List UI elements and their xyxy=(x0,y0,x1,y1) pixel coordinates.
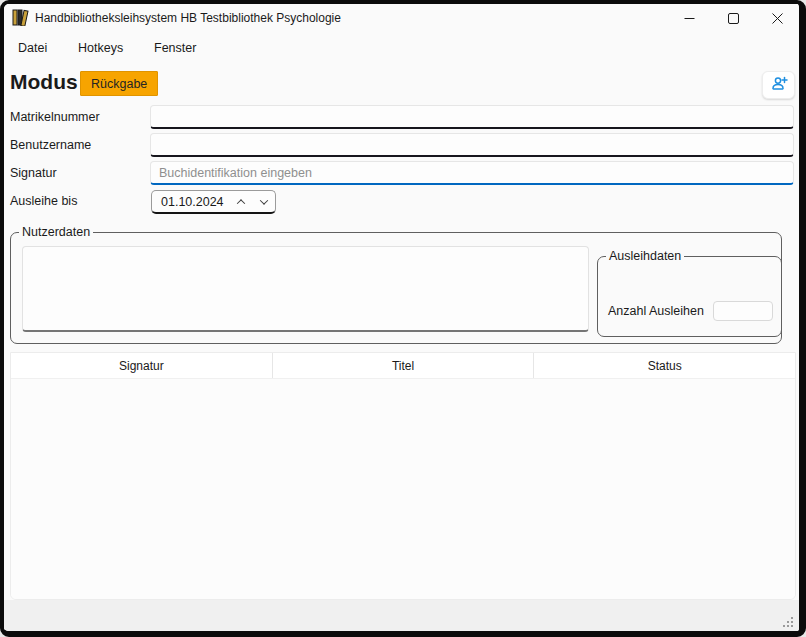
status-strip xyxy=(4,600,799,631)
mode-badge[interactable]: Rückgabe xyxy=(80,71,158,96)
mode-heading: Modus xyxy=(10,70,78,94)
resize-grip-icon[interactable] xyxy=(781,614,794,627)
date-value: 01.10.2024 xyxy=(152,195,229,209)
ausleihe-bis-spinner[interactable]: 01.10.2024 xyxy=(151,190,276,214)
ausleihdaten-legend: Ausleihdaten xyxy=(606,249,684,263)
chevron-down-icon[interactable] xyxy=(252,191,275,212)
chevron-up-icon[interactable] xyxy=(229,191,252,212)
benutzername-label: Benutzername xyxy=(10,138,91,152)
books-icon xyxy=(12,9,30,26)
matrikelnummer-label: Matrikelnummer xyxy=(10,110,100,124)
minimize-icon[interactable] xyxy=(667,4,711,32)
maximize-icon[interactable] xyxy=(711,4,755,32)
signatur-field[interactable] xyxy=(150,161,794,185)
nutzerdaten-textarea[interactable] xyxy=(22,246,589,332)
table-header-row: Signatur Titel Status xyxy=(11,353,795,379)
ausleihe-bis-label: Ausleihe bis xyxy=(10,194,77,208)
window-controls xyxy=(667,4,799,32)
window-title: Handbibliotheksleihsystem HB Testbibliot… xyxy=(35,4,341,32)
window-content: Handbibliotheksleihsystem HB Testbibliot… xyxy=(4,4,799,631)
anzahl-row: Anzahl Ausleihen xyxy=(608,301,773,321)
signatur-label: Signatur xyxy=(10,166,57,180)
app-window: Handbibliotheksleihsystem HB Testbibliot… xyxy=(0,0,806,637)
anzahl-ausleihen-field[interactable] xyxy=(713,301,773,321)
add-user-button[interactable] xyxy=(762,71,795,99)
table-body[interactable] xyxy=(11,380,795,599)
title-bar[interactable]: Handbibliotheksleihsystem HB Testbibliot… xyxy=(4,4,799,32)
benutzername-field[interactable] xyxy=(150,133,794,157)
results-table: Signatur Titel Status xyxy=(10,352,796,600)
menu-bar: Datei Hotkeys Fenster xyxy=(4,34,799,60)
column-header-signatur[interactable]: Signatur xyxy=(11,353,273,378)
close-icon[interactable] xyxy=(755,4,799,32)
menu-item-hotkeys[interactable]: Hotkeys xyxy=(78,38,123,58)
person-add-icon xyxy=(770,76,788,95)
menu-item-datei[interactable]: Datei xyxy=(18,38,47,58)
ausleihdaten-group: Ausleihdaten Anzahl Ausleihen xyxy=(597,249,782,337)
nutzerdaten-legend: Nutzerdaten xyxy=(19,225,93,239)
column-header-status[interactable]: Status xyxy=(534,353,795,378)
menu-item-fenster[interactable]: Fenster xyxy=(154,38,196,58)
anzahl-ausleihen-label: Anzahl Ausleihen xyxy=(608,304,704,318)
column-header-titel[interactable]: Titel xyxy=(273,353,535,378)
matrikelnummer-field[interactable] xyxy=(150,105,794,129)
